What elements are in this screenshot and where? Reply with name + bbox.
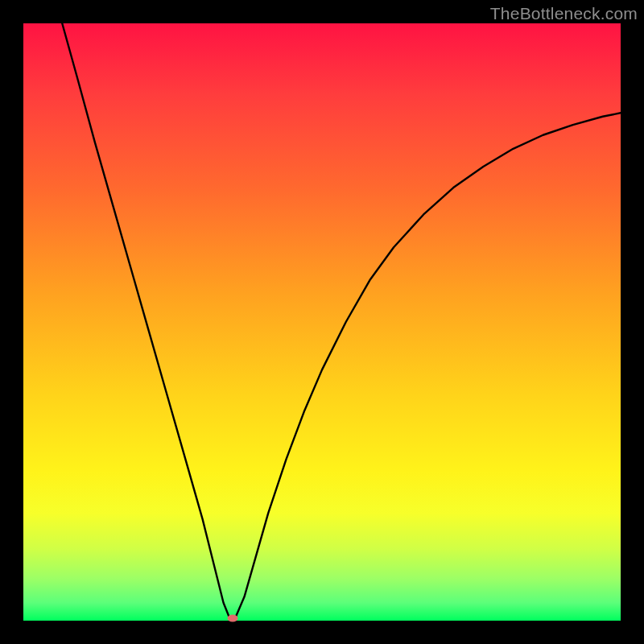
- data-marker: [227, 615, 237, 622]
- v-curve: [23, 23, 621, 621]
- chart-frame: TheBottleneck.com: [0, 0, 644, 644]
- watermark-text: TheBottleneck.com: [490, 4, 638, 23]
- plot-area: [23, 23, 621, 621]
